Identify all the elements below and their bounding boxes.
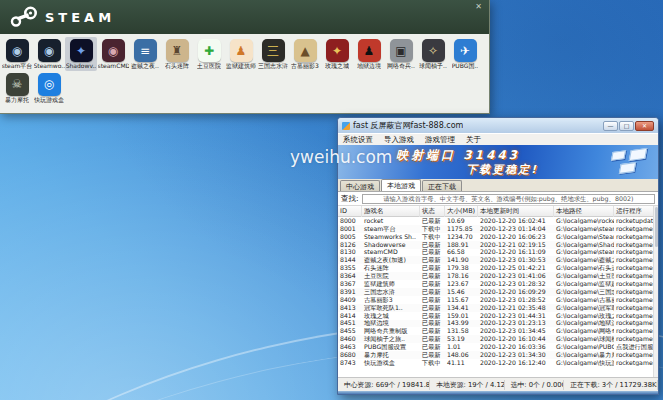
desktop-icon[interactable]: ≡ 盗贼之夜..: [129, 37, 161, 71]
tab-1[interactable]: 本地游戏: [381, 179, 421, 191]
desktop-icon[interactable]: ♟ 地狱边境: [353, 37, 385, 71]
steam-logo-icon: [9, 5, 39, 29]
tab-2[interactable]: 正在下载: [422, 180, 462, 191]
desktop-icon[interactable]: ♟ 监狱建筑师: [225, 37, 257, 71]
desktop-icon[interactable]: 三 三国志水浒: [257, 37, 289, 71]
table-row[interactable]: 8680暴力摩托已最新148.062020-12-23 01:34:30G:\l…: [338, 351, 658, 359]
table-row[interactable]: 8001steam平台下载中1175.852020-12-23 01:14:04…: [338, 225, 658, 233]
menu-item-3[interactable]: 关于: [466, 135, 481, 145]
table-row[interactable]: 8130steamCMD已最新66.582020-12-20 16:11:09G…: [338, 249, 658, 257]
steam-window-titlebar[interactable]: STEAM ✕: [0, 0, 489, 34]
search-input[interactable]: [362, 194, 655, 204]
cell: 下载中: [420, 360, 445, 366]
table-row[interactable]: 8144盗贼之夜(加速)已最新141.902020-12-23 01:30:53…: [338, 256, 658, 264]
cell: 已最新: [420, 328, 445, 334]
cell: 下载中: [420, 226, 445, 232]
steam-close-icon[interactable]: ✕: [475, 2, 482, 11]
menu-item-2[interactable]: 游戏管理: [425, 135, 455, 145]
status-segment-1: 本地资源: 19个 / 4.12G: [430, 380, 504, 390]
column-header-3[interactable]: 大小(MB): [445, 206, 478, 217]
banner-stable-text: 下载更稳定!: [466, 162, 538, 177]
cell: 178.16: [445, 273, 478, 279]
cell: rocketgame.exe: [614, 257, 654, 263]
cell: 8364: [338, 273, 362, 279]
desktop-icon[interactable]: ✧ 球闻柚子..: [417, 37, 449, 71]
cell: 8413: [338, 305, 362, 311]
table-scrollbar[interactable]: [653, 206, 658, 377]
minimize-button[interactable]: —: [603, 121, 618, 131]
desktop-icon[interactable]: ✦ Shadowv..: [65, 37, 97, 71]
table-row[interactable]: 8005Steamworks Sh..下载中1234.702020-12-20 …: [338, 233, 658, 241]
cell: 2020-12-23 01:41:06: [478, 273, 554, 279]
table-row[interactable]: 8413冠军敢死队1..已最新134.412020-12-21 02:35:48…: [338, 304, 658, 312]
cell: 点我进行国服..: [614, 344, 654, 350]
maximize-button[interactable]: □: [619, 121, 634, 131]
cell: 1234.70: [445, 234, 478, 240]
scrollbar-thumb[interactable]: [655, 207, 658, 247]
desktop-icon[interactable]: ▣ 网络奇兵..: [385, 37, 417, 71]
icon-label: 石头迷阵: [165, 63, 189, 70]
cell: 8409: [338, 297, 362, 303]
cell: 2020-12-20 16:09:29: [478, 289, 554, 295]
desktop-icon[interactable]: ▲ 古墓丽影3: [289, 37, 321, 71]
tomb-raider-icon: ▲: [294, 39, 317, 62]
cell: G:\localgame\球闻柚子之..: [554, 336, 614, 342]
table-row[interactable]: 8463PUBG国服设置已最新1.012020-12-20 16:03:36G:…: [338, 343, 658, 351]
column-header-5[interactable]: 本地路径: [554, 206, 614, 217]
desktop-icon[interactable]: ♜ 石头迷阵: [161, 37, 193, 71]
desktop-icon[interactable]: ✚ 土豆医院: [193, 37, 225, 71]
menu-item-0[interactable]: 系统设置: [343, 135, 373, 145]
status-bar: 中心资源: 669个 / 19841.86G本地资源: 19个 / 4.12G选…: [338, 377, 658, 391]
table-row[interactable]: 8126Shadowverse已最新188.912020-12-21 02:19…: [338, 241, 658, 249]
desktop-icon[interactable]: ☠ 暴力摩托: [1, 71, 33, 105]
cell: 已最新: [420, 281, 445, 287]
cell: G:\localgame\地狱边境\: [554, 320, 614, 326]
cell: rocketgame.exe: [614, 265, 654, 271]
cell: 三国志水浒: [362, 289, 420, 295]
cell: rocketgame.exe: [614, 336, 654, 342]
column-header-0[interactable]: ID: [338, 206, 362, 217]
table-row[interactable]: 8414玫瑰之城已最新159.012020-12-23 01:44:31G:\l…: [338, 312, 658, 320]
table-row[interactable]: 8451地狱边境已最新143.992020-12-23 01:23:13G:\l…: [338, 320, 658, 328]
table-row[interactable]: 8364土豆医院已最新178.162020-12-23 01:41:06G:\l…: [338, 272, 658, 280]
cell: 2020-12-23 01:28:52: [478, 297, 554, 303]
cell: 已最新: [420, 336, 445, 342]
desktop-icon[interactable]: ✈ PUBG国..: [449, 37, 481, 71]
table-row[interactable]: 8743快玩游戏盒下载中41.112020-12-20 16:12:40G:\l…: [338, 359, 658, 367]
desktop-icon[interactable]: ◉ steamCMD: [97, 37, 129, 71]
steam-window-title: STEAM: [45, 10, 115, 25]
table-row[interactable]: 8367监狱建筑师已最新123.672020-12-23 01:28:32G:\…: [338, 280, 658, 288]
desktop-icon[interactable]: ✦ 玫瑰之城: [321, 37, 353, 71]
table-row[interactable]: 8391三国志水浒已最新15.462020-12-20 16:09:29G:\l…: [338, 288, 658, 296]
cell: rocketgame.exe: [614, 234, 654, 240]
cell: G:\localgame\steamCMD\: [554, 249, 614, 255]
icon-label: 古墓丽影3: [291, 63, 319, 70]
pubg-icon: ✈: [454, 39, 477, 62]
table-row[interactable]: 8455网络奇兵重制版已最新131.582020-12-23 01:34:45G…: [338, 327, 658, 335]
table-row[interactable]: 8000rocket已最新10.692020-12-20 16:02:41G:\…: [338, 217, 658, 225]
table-row[interactable]: 8409古墓丽影3已最新115.672020-12-23 01:28:52G:\…: [338, 296, 658, 304]
cell: G:\localgame\Steamworks S..: [554, 234, 614, 240]
desktop-icon[interactable]: ◉ steam平台: [1, 37, 33, 71]
column-header-6[interactable]: 运行程序: [614, 206, 654, 217]
column-header-1[interactable]: 游戏名: [362, 206, 420, 217]
cell: 8001: [338, 226, 362, 232]
cell: 66.58: [445, 249, 478, 255]
fast-window-titlebar[interactable]: fast 反屏蔽官网fast-888.com —□✕: [338, 118, 658, 133]
table-row[interactable]: 8460球闻柚子之旅..已最新53.192020-12-20 16:10:44G…: [338, 335, 658, 343]
thief-night-icon: ≡: [134, 39, 157, 62]
desktop-icon[interactable]: ◉ Steamwo..: [33, 37, 65, 71]
road-rash-icon: ☠: [6, 73, 29, 96]
yuzu-icon: ✧: [422, 39, 445, 62]
tab-0[interactable]: 中心游戏: [340, 180, 380, 191]
close-button[interactable]: ✕: [635, 121, 654, 131]
menu-item-1[interactable]: 导入游戏: [384, 135, 414, 145]
column-header-2[interactable]: 状态: [420, 206, 445, 217]
icon-label: 土豆医院: [197, 63, 221, 70]
desktop-icon[interactable]: ◎ 快玩游戏盒: [33, 71, 65, 105]
cell: G:\localgame\rocket\: [554, 218, 614, 224]
cell: 土豆医院: [362, 273, 420, 279]
table-row[interactable]: 8355石头迷阵已最新179.382020-12-25 01:42:21G:\l…: [338, 264, 658, 272]
column-header-4[interactable]: 本地更新时间: [478, 206, 554, 217]
cell: 159.01: [445, 313, 478, 319]
